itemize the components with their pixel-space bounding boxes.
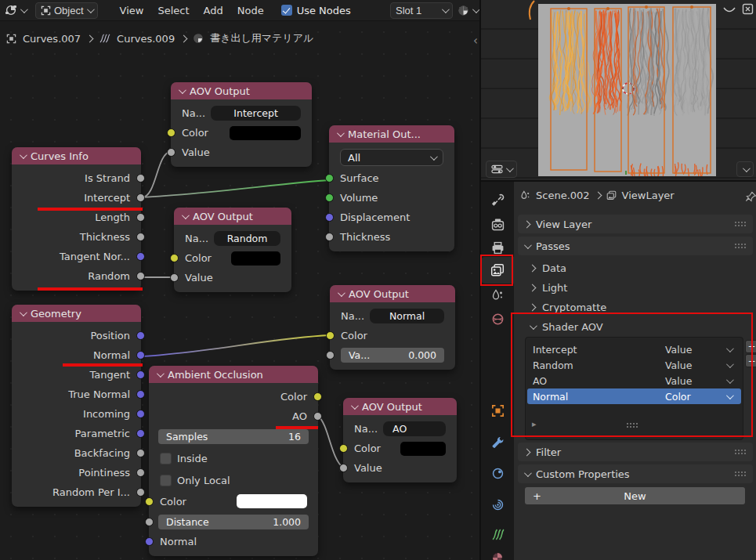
random-per-island-socket[interactable] xyxy=(136,488,145,497)
node-ambient-occlusion[interactable]: Ambient Occlusion Color AO Samples 16 In… xyxy=(149,366,318,556)
color-socket[interactable] xyxy=(167,128,175,137)
panel-grip[interactable] xyxy=(734,449,746,455)
position-socket[interactable] xyxy=(136,331,145,340)
random-socket[interactable] xyxy=(136,272,145,280)
true-normal-socket[interactable] xyxy=(136,390,145,399)
pin-icon[interactable] xyxy=(745,191,756,203)
value-socket[interactable] xyxy=(339,464,348,472)
aov-name-field[interactable]: AO xyxy=(383,421,446,436)
tab-material[interactable] xyxy=(481,544,514,560)
intercept-socket[interactable] xyxy=(136,193,145,202)
node-aov-output-random[interactable]: AOV Output Na... Random Color Value xyxy=(174,208,291,292)
target-dropdown[interactable]: All xyxy=(340,149,443,166)
panel-grip[interactable] xyxy=(734,221,746,227)
distance-socket[interactable] xyxy=(145,518,154,526)
value-socket[interactable] xyxy=(170,273,179,282)
region-collapse-button[interactable] xyxy=(736,161,754,177)
ao-output-socket[interactable] xyxy=(313,412,322,421)
node-curves-info[interactable]: Curves Info Is Strand Intercept Length T… xyxy=(12,147,141,291)
backfacing-socket[interactable] xyxy=(136,449,145,457)
new-property-button[interactable]: + New xyxy=(525,487,745,504)
use-nodes-checkbox[interactable]: Use Nodes xyxy=(281,5,351,16)
thickness-socket[interactable] xyxy=(136,233,145,241)
slot-dropdown[interactable]: Slot 1 xyxy=(390,2,453,19)
node-canvas[interactable]: Curves.007 Curves.009 書き出し用マテリアル ‹ xyxy=(0,21,479,560)
color-output-socket[interactable] xyxy=(313,392,322,401)
tab-tool[interactable] xyxy=(481,186,514,213)
subpanel-data[interactable]: Data xyxy=(530,258,566,277)
box-x-icon[interactable] xyxy=(742,3,754,15)
panel-grip[interactable] xyxy=(734,243,746,249)
color-socket[interactable] xyxy=(170,254,179,262)
menu-add[interactable]: Add xyxy=(201,5,226,16)
tangent-socket[interactable] xyxy=(136,370,145,379)
color-socket[interactable] xyxy=(339,444,348,453)
distance-slider[interactable]: Distance 1.000 xyxy=(158,515,309,529)
displacement-socket[interactable] xyxy=(325,213,334,222)
node-header[interactable]: Geometry xyxy=(12,305,141,322)
volume-socket[interactable] xyxy=(325,193,334,202)
panel-custom-properties[interactable]: Custom Properties xyxy=(518,464,753,483)
sidebar-collapse-arrow[interactable]: ‹ xyxy=(473,34,478,48)
node-header[interactable]: AOV Output xyxy=(174,208,291,225)
surface-socket[interactable] xyxy=(325,174,334,182)
samples-slider[interactable]: Samples 16 xyxy=(158,429,309,444)
parametric-socket[interactable] xyxy=(136,429,145,438)
only-local-checkbox[interactable] xyxy=(160,475,172,486)
menu-node[interactable]: Node xyxy=(234,5,267,16)
node-header[interactable]: AOV Output xyxy=(330,285,455,302)
menu-select[interactable]: Select xyxy=(154,5,192,16)
node-aov-output-ao[interactable]: AOV Output Na... AO Color Value xyxy=(343,398,457,482)
tab-physics[interactable] xyxy=(481,491,514,518)
breadcrumb-view-layer[interactable]: ViewLayer xyxy=(622,190,675,201)
menu-view[interactable]: View xyxy=(117,5,147,16)
color-swatch[interactable] xyxy=(231,251,280,266)
pointiness-socket[interactable] xyxy=(136,468,145,477)
node-aov-output-normal[interactable]: AOV Output Na... Normal Color Va... 0.00… xyxy=(330,285,455,370)
tab-render[interactable] xyxy=(481,211,514,237)
material-preview-button[interactable] xyxy=(456,2,479,19)
color-swatch[interactable] xyxy=(237,494,307,508)
normal-socket[interactable] xyxy=(136,351,145,359)
tab-particles[interactable] xyxy=(481,460,514,486)
tab-world[interactable] xyxy=(481,305,514,332)
node-header[interactable]: Curves Info xyxy=(12,147,141,164)
editor-type-button[interactable] xyxy=(3,2,27,19)
tab-object[interactable] xyxy=(481,397,514,424)
tab-object-data-curves[interactable] xyxy=(481,521,514,547)
panel-grip[interactable] xyxy=(734,471,746,477)
properties-editor-type-button[interactable] xyxy=(486,161,517,178)
incoming-socket[interactable] xyxy=(136,410,145,418)
aov-name-field[interactable]: Random xyxy=(214,231,280,246)
node-material-output[interactable]: Material Out... All Surface Volume Displ… xyxy=(329,125,454,251)
aov-name-field[interactable]: Intercept xyxy=(211,106,301,121)
value-socket[interactable] xyxy=(167,148,175,157)
panel-filter[interactable]: Filter xyxy=(518,443,753,461)
node-geometry[interactable]: Geometry Position Normal Tangent True No… xyxy=(12,305,141,507)
is-strand-socket[interactable] xyxy=(136,174,145,182)
tab-modifiers[interactable] xyxy=(481,428,514,455)
node-header[interactable]: Material Out... xyxy=(329,125,454,143)
length-socket[interactable] xyxy=(136,213,145,222)
color-input-socket[interactable] xyxy=(145,497,154,506)
color-socket[interactable] xyxy=(326,331,335,340)
inside-checkbox[interactable] xyxy=(160,453,172,464)
node-header[interactable]: Ambient Occlusion xyxy=(149,366,318,383)
aov-name-field[interactable]: Normal xyxy=(370,309,444,323)
thickness-socket[interactable] xyxy=(325,233,334,241)
subpanel-light[interactable]: Light xyxy=(530,278,567,297)
normal-input-socket[interactable] xyxy=(145,537,154,546)
falloff-curve-icon[interactable] xyxy=(722,5,736,16)
panel-passes[interactable]: Passes xyxy=(518,237,753,255)
shader-type-dropdown[interactable]: Object xyxy=(35,2,98,19)
viewport-3d[interactable] xyxy=(479,0,756,180)
node-aov-output-intercept[interactable]: AOV Output Na... Intercept Color Value xyxy=(171,82,312,167)
tangent-normal-socket[interactable] xyxy=(136,252,145,261)
color-swatch[interactable] xyxy=(400,442,447,456)
node-header[interactable]: AOV Output xyxy=(343,398,457,415)
breadcrumb-scene[interactable]: Scene.002 xyxy=(536,190,590,201)
panel-view-layer[interactable]: View Layer xyxy=(518,215,753,233)
value-slider[interactable]: Va... 0.000 xyxy=(341,348,444,363)
node-header[interactable]: AOV Output xyxy=(171,82,312,99)
value-socket[interactable] xyxy=(326,351,335,359)
